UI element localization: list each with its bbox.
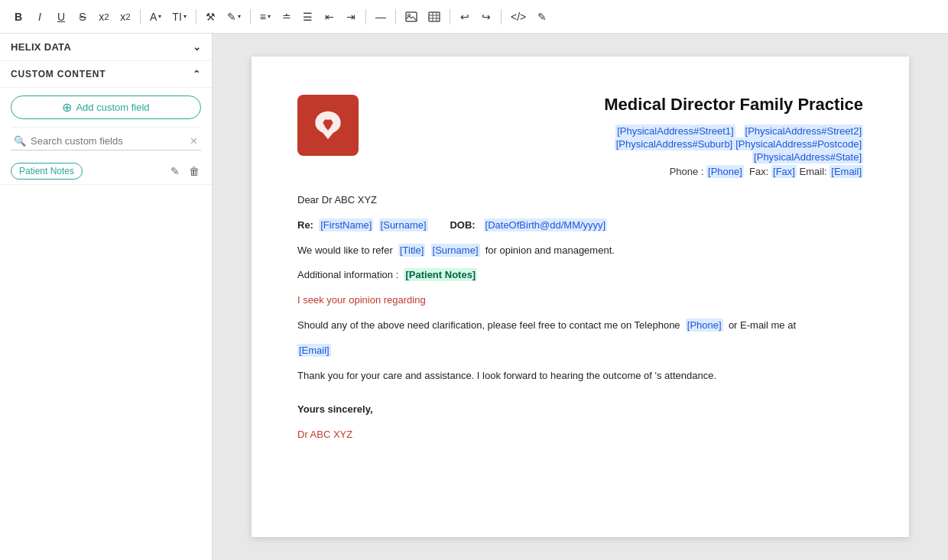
fax-field: [Fax] [771,165,797,178]
delete-field-button[interactable]: 🗑 [187,163,201,179]
helix-data-label: HELIX DATA [11,41,71,53]
insert-table-button[interactable] [424,7,444,27]
email-body-field: [Email] [297,344,331,357]
practice-info: Medical Director Family Practice [Physic… [381,95,863,177]
ordered-list-button[interactable]: ≐ [278,7,296,27]
svg-rect-0 [406,12,417,21]
pen-button[interactable]: ✎▾ [223,7,245,27]
edit-field-button[interactable]: ✎ [169,163,181,179]
email-header-field: [Email] [830,165,863,178]
closing-text: Yours sincerely, [297,403,373,415]
para-clarification: Should any of the above need clarificati… [297,318,863,334]
add-custom-field-button[interactable]: ⊕ Add custom field [11,95,201,119]
custom-content-label: CUSTOM CONTENT [11,69,106,79]
horizontal-rule-button[interactable]: — [372,7,390,27]
para-refer: We would like to refer [Title] [Surname]… [297,243,863,259]
subscript-button[interactable]: x2 [95,7,113,27]
clear-search-icon[interactable]: ✕ [190,135,198,147]
custom-fields-list: Patient Notes ✎ 🗑 [0,158,212,185]
pen-tool-button[interactable]: ✎ [533,7,551,27]
align-button[interactable]: ≡▾ [256,7,274,27]
toolbar-separator [140,9,141,24]
indent-increase-button[interactable]: ⇥ [342,7,360,27]
para-seek: I seek your opinion regarding [297,293,863,309]
street1-field: [PhysicalAddress#Street1] [615,125,735,138]
sidebar: HELIX DATA ⌄ CUSTOM CONTENT ⌃ ⊕ Add cust… [0,34,213,560]
insert-image-button[interactable] [401,7,421,27]
redo-button[interactable]: ↪ [477,7,495,27]
para-email: [Email] [297,343,863,359]
add-icon: ⊕ [62,100,72,115]
practice-logo [297,95,359,156]
helix-data-section[interactable]: HELIX DATA ⌄ [0,34,212,61]
closing-line: Yours sincerely, [297,402,863,418]
list-item: Patient Notes ✎ 🗑 [0,158,212,185]
editor-toolbar: B I U S x2 x2 A▾ TI▾ ⚒ ✎▾ ≡▾ ≐ ☰ ⇤ ⇥ — ↩… [0,0,948,34]
re-label: Re: [297,219,313,231]
italic-button[interactable]: I [31,7,49,27]
underline-button[interactable]: U [52,7,70,27]
suburb-field: [PhysicalAddress#Suburb] [615,138,734,151]
undo-button[interactable]: ↩ [456,7,474,27]
re-line: Re: [FirstName] [Surname] DOB: [DateOfBi… [297,218,863,234]
bold-button[interactable]: B [9,7,28,27]
custom-content-chevron-up-icon: ⌃ [193,69,201,79]
indent-decrease-button[interactable]: ⇤ [320,7,339,27]
toolbar-separator [501,9,502,24]
toolbar-separator [365,9,366,24]
phone-fax-email-line: Phone : [Phone] Fax: [Fax] Email: [Email… [381,166,863,177]
dob-field: [DateOfBirth@dd/MM/yyyy] [484,218,608,231]
dob-label: DOB: [450,219,475,231]
toolbar-separator [395,9,396,24]
surname-refer-field: [Surname] [431,244,480,257]
patient-notes-field: [Patient Notes] [404,268,477,281]
phone-field: [Phone] [706,165,744,178]
suburb-postcode-line: [PhysicalAddress#Suburb][PhysicalAddress… [381,138,863,150]
toolbar-separator [196,9,196,24]
custom-content-section[interactable]: CUSTOM CONTENT ⌃ [0,61,212,88]
street2-field: [PhysicalAddress#Street2] [744,125,863,138]
para-additional-info: Additional information : [Patient Notes] [297,267,863,283]
svg-rect-2 [429,12,440,21]
search-icon: 🔍 [14,135,26,147]
phone-body-field: [Phone] [686,319,723,332]
state-field: [PhysicalAddress#State] [752,151,863,163]
search-input[interactable] [31,135,185,147]
postcode-field: [PhysicalAddress#Postcode] [734,138,863,151]
strikethrough-button[interactable]: S [73,7,92,27]
font-size-button[interactable]: TI▾ [168,7,190,27]
main-layout: HELIX DATA ⌄ CUSTOM CONTENT ⌃ ⊕ Add cust… [0,34,948,560]
highlight-button[interactable]: ⚒ [202,7,220,27]
font-color-button[interactable]: A▾ [146,7,165,27]
dear-line: Dear Dr ABC XYZ [297,193,863,209]
para-thankyou: Thank you for your care and assistance. … [297,368,863,384]
superscript-button[interactable]: x2 [116,7,135,27]
signature-line: Dr ABC XYZ [297,427,863,443]
document-body: Dear Dr ABC XYZ Re: [FirstName] [Surname… [297,193,863,443]
surname-re-field: [Surname] [379,218,428,231]
street-line: [PhysicalAddress#Street1] [PhysicalAddre… [381,125,863,137]
state-line: [PhysicalAddress#State] [381,151,863,163]
firstname-re-field: [FirstName] [319,218,373,231]
document: Medical Director Family Practice [Physic… [252,57,909,537]
toolbar-separator [450,9,450,24]
field-tag-patient-notes: Patient Notes [11,163,83,180]
search-container: 🔍 ✕ [11,132,201,151]
document-header: Medical Director Family Practice [Physic… [297,95,863,177]
practice-name: Medical Director Family Practice [381,95,863,115]
helix-chevron-down-icon: ⌄ [193,41,201,53]
title-field: [Title] [398,244,425,257]
toolbar-separator [250,9,251,24]
field-actions: ✎ 🗑 [169,163,201,179]
add-custom-field-label: Add custom field [76,102,149,113]
code-view-button[interactable]: </> [507,7,530,27]
document-area: Medical Director Family Practice [Physic… [213,34,948,560]
unordered-list-button[interactable]: ☰ [299,7,317,27]
